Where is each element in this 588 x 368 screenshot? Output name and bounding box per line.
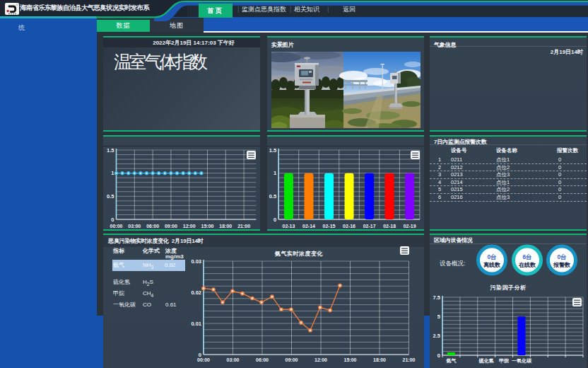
svg-text:污染因子分析: 污染因子分析 [490, 284, 527, 291]
svg-text:1.5: 1.5 [269, 147, 276, 154]
svg-text:02-19: 02-19 [404, 224, 416, 229]
svg-text:甲烷: 甲烷 [499, 357, 509, 364]
svg-text:15:00: 15:00 [201, 224, 214, 229]
svg-text:0.5: 0.5 [269, 193, 276, 200]
svg-text:硫化氢: 硫化氢 [478, 357, 494, 364]
svg-text:02-13: 02-13 [283, 224, 295, 229]
svg-text:0.02: 0.02 [191, 289, 201, 296]
svg-text:12:00: 12:00 [314, 357, 327, 362]
svg-text:12:00: 12:00 [183, 224, 196, 229]
svg-text:02-14: 02-14 [302, 224, 315, 229]
svg-text:00:00: 00:00 [110, 224, 123, 229]
svg-text:一氧化碳: 一氧化碳 [512, 358, 532, 364]
svg-text:1.5: 1.5 [107, 147, 114, 154]
svg-text:0: 0 [437, 352, 440, 359]
svg-text:7.5: 7.5 [433, 294, 440, 301]
svg-text:0.01: 0.01 [191, 321, 201, 327]
svg-text:18:00: 18:00 [373, 357, 386, 362]
svg-text:03:00: 03:00 [128, 224, 141, 229]
svg-text:5: 5 [437, 314, 440, 320]
svg-text:00:00: 00:00 [197, 357, 210, 362]
svg-text:21:00: 21:00 [403, 357, 416, 362]
svg-text:2.5: 2.5 [433, 333, 440, 339]
svg-text:02-15: 02-15 [323, 224, 336, 229]
svg-text:02-18: 02-18 [383, 224, 396, 229]
svg-text:0.03: 0.03 [191, 258, 201, 265]
svg-text:06:00: 06:00 [146, 224, 159, 229]
svg-text:21:00: 21:00 [237, 224, 250, 229]
svg-text:02-16: 02-16 [343, 224, 355, 229]
svg-text:15:00: 15:00 [344, 357, 357, 362]
svg-text:03:00: 03:00 [227, 357, 240, 362]
svg-text:09:00: 09:00 [286, 357, 298, 362]
svg-text:09:00: 09:00 [165, 224, 177, 229]
svg-text:氨气: 氨气 [445, 358, 456, 364]
svg-text:06:00: 06:00 [256, 357, 269, 362]
svg-text:1: 1 [111, 170, 114, 176]
svg-text:氨气实时浓度变化: 氨气实时浓度变化 [274, 250, 323, 257]
svg-text:0: 0 [111, 217, 114, 223]
svg-text:02-17: 02-17 [363, 224, 376, 229]
svg-text:0: 0 [274, 217, 276, 223]
svg-text:18:00: 18:00 [219, 224, 232, 229]
svg-text:1: 1 [274, 170, 276, 176]
svg-text:0.5: 0.5 [107, 193, 114, 200]
